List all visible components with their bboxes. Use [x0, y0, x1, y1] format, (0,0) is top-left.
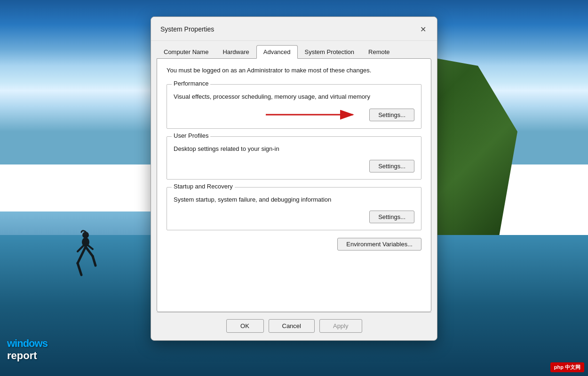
user-profiles-section: User Profiles Desktop settings related t… [167, 136, 421, 180]
performance-settings-button[interactable]: Settings... [369, 109, 414, 121]
performance-btn-row: Settings... [174, 108, 414, 122]
performance-section: Performance Visual effects, processor sc… [167, 84, 421, 129]
php-badge: php 中文网 [550, 362, 584, 372]
ok-button[interactable]: OK [226, 319, 264, 333]
cancel-button[interactable]: Cancel [269, 319, 315, 333]
tab-bar: Computer Name Hardware Advanced System P… [151, 41, 437, 58]
user-profiles-desc: Desktop settings related to your sign-in [174, 145, 414, 152]
red-arrow [266, 108, 360, 122]
tab-remote[interactable]: Remote [361, 45, 397, 59]
tab-hardware[interactable]: Hardware [215, 45, 256, 59]
dialog-title: System Properties [160, 25, 214, 33]
startup-recovery-settings-button[interactable]: Settings... [369, 211, 414, 223]
tab-system-protection[interactable]: System Protection [298, 45, 362, 59]
bottom-buttons: OK Cancel Apply [151, 313, 437, 340]
startup-recovery-section: Startup and Recovery System startup, sys… [167, 187, 421, 230]
startup-recovery-btn-row: Settings... [174, 211, 414, 223]
tab-advanced[interactable]: Advanced [256, 45, 298, 59]
user-profiles-settings-button[interactable]: Settings... [369, 160, 414, 172]
title-bar: System Properties ✕ [151, 17, 437, 41]
env-btn-row: Environment Variables... [167, 238, 421, 251]
tab-computer-name[interactable]: Computer Name [157, 45, 215, 59]
dialog-content: You must be logged on as an Administrato… [157, 58, 431, 312]
environment-variables-button[interactable]: Environment Variables... [337, 238, 421, 251]
startup-recovery-desc: System startup, system failure, and debu… [174, 196, 414, 203]
close-button[interactable]: ✕ [416, 23, 429, 36]
startup-recovery-label: Startup and Recovery [172, 183, 235, 190]
performance-label: Performance [172, 80, 210, 87]
performance-desc: Visual effects, processor scheduling, me… [174, 93, 414, 100]
user-profiles-btn-row: Settings... [174, 160, 414, 172]
admin-notice: You must be logged on as an Administrato… [167, 66, 421, 75]
dialog-overlay: System Properties ✕ Computer Name Hardwa… [0, 0, 588, 376]
apply-button[interactable]: Apply [319, 319, 362, 333]
user-profiles-label: User Profiles [172, 132, 210, 139]
system-properties-dialog: System Properties ✕ Computer Name Hardwa… [151, 16, 437, 341]
